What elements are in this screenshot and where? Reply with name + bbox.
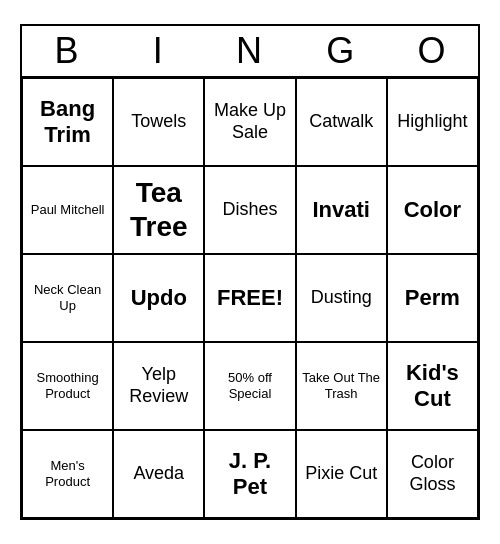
bingo-grid: Bang TrimTowelsMake Up SaleCatwalkHighli… <box>22 76 478 518</box>
header-b: B <box>22 26 113 76</box>
bingo-cell-1[interactable]: Towels <box>113 78 204 166</box>
bingo-cell-22[interactable]: J. P. Pet <box>204 430 295 518</box>
bingo-cell-8[interactable]: Invati <box>296 166 387 254</box>
bingo-cell-21[interactable]: Aveda <box>113 430 204 518</box>
bingo-cell-13[interactable]: Dusting <box>296 254 387 342</box>
bingo-cell-9[interactable]: Color <box>387 166 478 254</box>
bingo-cell-6[interactable]: Tea Tree <box>113 166 204 254</box>
bingo-cell-3[interactable]: Catwalk <box>296 78 387 166</box>
bingo-cell-20[interactable]: Men's Product <box>22 430 113 518</box>
bingo-cell-17[interactable]: 50% off Special <box>204 342 295 430</box>
bingo-cell-10[interactable]: Neck Clean Up <box>22 254 113 342</box>
bingo-cell-23[interactable]: Pixie Cut <box>296 430 387 518</box>
bingo-cell-15[interactable]: Smoothing Product <box>22 342 113 430</box>
header-o: O <box>387 26 478 76</box>
bingo-cell-19[interactable]: Kid's Cut <box>387 342 478 430</box>
bingo-cell-2[interactable]: Make Up Sale <box>204 78 295 166</box>
bingo-cell-4[interactable]: Highlight <box>387 78 478 166</box>
bingo-cell-12[interactable]: FREE! <box>204 254 295 342</box>
header-g: G <box>296 26 387 76</box>
bingo-cell-14[interactable]: Perm <box>387 254 478 342</box>
bingo-cell-11[interactable]: Updo <box>113 254 204 342</box>
bingo-cell-24[interactable]: Color Gloss <box>387 430 478 518</box>
bingo-cell-18[interactable]: Take Out The Trash <box>296 342 387 430</box>
bingo-card: B I N G O Bang TrimTowelsMake Up SaleCat… <box>20 24 480 520</box>
bingo-cell-5[interactable]: Paul Mitchell <box>22 166 113 254</box>
bingo-cell-16[interactable]: Yelp Review <box>113 342 204 430</box>
bingo-cell-7[interactable]: Dishes <box>204 166 295 254</box>
header-i: I <box>113 26 204 76</box>
bingo-cell-0[interactable]: Bang Trim <box>22 78 113 166</box>
bingo-header: B I N G O <box>22 26 478 76</box>
header-n: N <box>204 26 295 76</box>
